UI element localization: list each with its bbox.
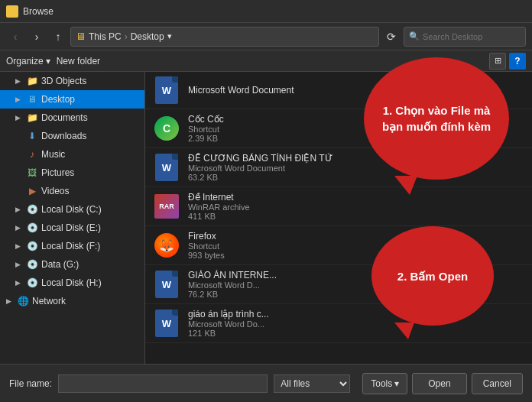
expand-arrow: ▶ [15, 77, 23, 85]
sidebar-item-downloads[interactable]: ⬇ Downloads [0, 127, 144, 145]
browse-icon [6, 5, 18, 18]
expand-arrow: ▶ [15, 96, 23, 103]
file-icon: W [153, 76, 180, 104]
expand-arrow: ▶ [15, 114, 23, 122]
address-dropdown[interactable]: ▾ [167, 31, 172, 41]
sidebar-item-label: Documents [41, 112, 88, 123]
cancel-button[interactable]: Cancel [472, 373, 523, 394]
sidebar-item-label: Network [32, 296, 66, 306]
organize-arrow: ▾ [46, 56, 50, 66]
forward-button[interactable]: › [28, 28, 46, 46]
sidebar-item-label: Local Disk (E:) [41, 222, 101, 233]
refresh-button[interactable]: ⟳ [382, 28, 401, 46]
tools-button[interactable]: Tools ▾ [362, 373, 407, 394]
view-button[interactable]: ⊞ [489, 53, 506, 70]
firefox-icon: 🦊 [154, 233, 179, 258]
videos-icon: ▶ [26, 185, 38, 197]
organize-label: Organize [6, 56, 44, 66]
sidebar-item-label: Local Disk (H:) [41, 277, 102, 288]
expand-arrow: ▶ [15, 224, 23, 232]
file-info: Đề Internet WinRAR archive 411 KB [188, 192, 524, 221]
network-icon: 🌐 [17, 295, 29, 307]
sidebar-item-desktop[interactable]: ▶ 🖥 Desktop [0, 90, 144, 109]
address-sep1: › [125, 31, 128, 42]
search-icon: 🔍 [409, 31, 420, 41]
search-bar: 🔍 [404, 27, 526, 47]
drive-icon: 💿 [26, 277, 38, 289]
window-title: Browse [23, 6, 54, 17]
filetype-select[interactable]: All files [274, 374, 350, 393]
pictures-icon: 🖼 [26, 167, 38, 179]
sidebar-item-drive-e[interactable]: ▶ 💿 Local Disk (E:) [0, 219, 144, 237]
sidebar-item-label: 3D Objects [41, 76, 86, 86]
filename-label: File name: [9, 378, 52, 389]
sidebar-item-label: Downloads [41, 131, 86, 141]
sidebar-item-documents[interactable]: ▶ 📁 Documents [0, 109, 144, 127]
left-panel: ▶ 📁 3D Objects ▶ 🖥 Desktop ▶ 📁 Documents… [0, 72, 145, 364]
sidebar-item-pictures[interactable]: 🖼 Pictures [0, 164, 144, 182]
file-icon: RAR [153, 193, 180, 220]
downloads-icon: ⬇ [26, 130, 38, 142]
sidebar-item-drive-f[interactable]: ▶ 💿 Local Disk (F:) [0, 237, 144, 255]
sidebar-item-label: Data (G:) [41, 259, 79, 270]
sidebar-item-music[interactable]: ♪ Music [0, 145, 144, 164]
address-desktop[interactable]: Desktop [131, 31, 164, 42]
file-size: 411 KB [188, 212, 524, 221]
title-bar: Browse [0, 0, 532, 23]
sidebar-item-drive-h[interactable]: ▶ 💿 Local Disk (H:) [0, 274, 144, 292]
expand-arrow: ▶ [15, 206, 23, 213]
address-bar: 🖥 This PC › Desktop ▾ [70, 27, 379, 47]
up-button[interactable]: ↑ [49, 28, 67, 46]
drive-icon: 💿 [26, 258, 38, 271]
view-controls: ⊞ ? [489, 53, 526, 70]
music-icon: ♪ [26, 148, 38, 160]
word-doc-icon: W [155, 310, 178, 337]
file-icon: W [153, 310, 180, 337]
file-size: 63.2 KB [188, 173, 524, 182]
file-icon: 🦊 [153, 232, 180, 259]
list-item[interactable]: RAR Đề Internet WinRAR archive 411 KB [145, 187, 532, 226]
open-button[interactable]: Open [412, 373, 466, 394]
callout-bubble-2: 2. Bấm Open [371, 226, 494, 326]
sidebar-item-3dobjects[interactable]: ▶ 📁 3D Objects [0, 72, 144, 90]
new-folder-button[interactable]: New folder [57, 56, 100, 66]
file-type: Microsoft Word Do... [188, 319, 524, 329]
desktop-icon: 🖥 [26, 93, 38, 105]
folder-icon: 📁 [26, 112, 38, 124]
word-doc-icon: W [155, 271, 178, 298]
folder-icon: 📁 [26, 75, 38, 87]
sidebar-item-label: Local Disk (F:) [41, 241, 100, 251]
sidebar-item-label: Videos [41, 186, 69, 196]
nav-toolbar: ‹ › ↑ 🖥 This PC › Desktop ▾ ⟳ 🔍 [0, 23, 532, 50]
sidebar-item-label: Music [41, 149, 65, 160]
word-doc-icon: W [155, 76, 178, 104]
expand-arrow: ▶ [6, 297, 14, 305]
filename-input[interactable] [58, 374, 268, 393]
file-name: Đề Internet [188, 192, 524, 203]
help-button[interactable]: ? [509, 53, 526, 70]
sidebar-item-drive-c[interactable]: ▶ 💿 Local Disk (C:) [0, 200, 144, 219]
address-pc-icon: 🖥 [76, 31, 86, 42]
tools-label: Tools [371, 378, 392, 389]
file-icon: W [153, 154, 180, 181]
expand-arrow: ▶ [15, 261, 23, 268]
expand-arrow: ▶ [15, 279, 23, 287]
sidebar-item-network[interactable]: ▶ 🌐 Network [0, 292, 144, 310]
bottom-bar: File name: All files Tools ▾ Open Cancel [0, 364, 532, 402]
sidebar-item-videos[interactable]: ▶ Videos [0, 182, 144, 200]
sidebar-item-drive-g[interactable]: ▶ 💿 Data (G:) [0, 255, 144, 274]
search-input[interactable] [423, 32, 528, 41]
callout-bubble-1: 1. Chọn vào File mà bạn muốn đính kèm [364, 57, 509, 180]
file-type: WinRAR archive [188, 203, 524, 212]
winrar-icon: RAR [154, 194, 179, 219]
drive-icon: 💿 [26, 222, 38, 234]
bubble1-text: 1. Chọn vào File mà bạn muốn đính kèm [379, 102, 494, 135]
tools-arrow: ▾ [394, 378, 399, 389]
bubble2-text: 2. Bấm Open [397, 268, 468, 284]
organize-button[interactable]: Organize ▾ [6, 56, 50, 66]
back-button[interactable]: ‹ [6, 28, 24, 46]
address-this-pc[interactable]: This PC [89, 31, 122, 42]
word-doc-icon: W [155, 154, 178, 181]
drive-icon: 💿 [26, 240, 38, 252]
file-icon: C [153, 115, 180, 142]
